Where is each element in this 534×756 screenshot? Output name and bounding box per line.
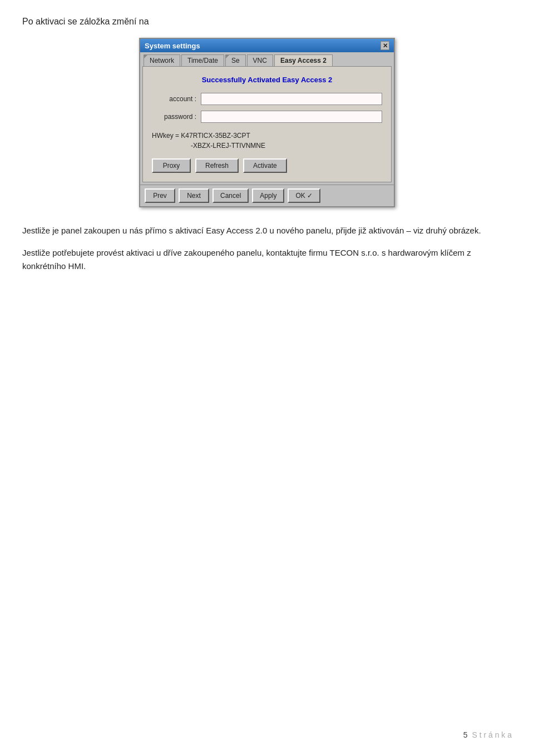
success-message: Successfully Activated Easy Access 2 [152, 76, 382, 84]
dialog-wrapper: System settings ✕ Network Time/Date Se V… [22, 38, 512, 207]
dialog-titlebar: System settings ✕ [140, 39, 394, 52]
body-text-2: Jestliže potřebujete provést aktivaci u … [22, 246, 512, 273]
activate-button[interactable]: Activate [243, 158, 287, 173]
dialog-tabs: Network Time/Date Se VNC Easy Access 2 [140, 52, 394, 66]
inner-button-row: Proxy Refresh Activate [152, 158, 382, 173]
page-heading: Po aktivaci se záložka změní na [22, 17, 512, 27]
proxy-button[interactable]: Proxy [152, 158, 191, 173]
tab-easy-access[interactable]: Easy Access 2 [274, 54, 333, 66]
hwkey-line2: -XBZX-LREJ-TTIVNMNE [152, 142, 382, 150]
account-row: account : [152, 93, 382, 105]
password-input[interactable] [201, 111, 382, 123]
account-label: account : [152, 95, 196, 103]
next-button[interactable]: Next [179, 188, 209, 203]
tab-timedate[interactable]: Time/Date [181, 54, 224, 66]
refresh-button[interactable]: Refresh [195, 158, 239, 173]
dialog-close-button[interactable]: ✕ [380, 41, 389, 50]
ok-button[interactable]: OK ✓ [288, 188, 320, 203]
tab-network[interactable]: Network [144, 54, 180, 66]
dialog-footer: Prev Next Cancel Apply OK ✓ [140, 185, 394, 206]
body-text-1: Jestliže je panel zakoupen u nás přímo s… [22, 224, 512, 237]
tab-vnc[interactable]: VNC [247, 54, 273, 66]
account-input[interactable] [201, 93, 382, 105]
password-label: password : [152, 113, 196, 121]
cancel-button[interactable]: Cancel [212, 188, 249, 203]
password-row: password : [152, 111, 382, 123]
tab-se[interactable]: Se [225, 54, 246, 66]
prev-button[interactable]: Prev [145, 188, 175, 203]
hwkey-section: HWkey = K47RTICX-35BZ-3CPT -XBZX-LREJ-TT… [152, 132, 382, 150]
system-settings-dialog: System settings ✕ Network Time/Date Se V… [139, 38, 395, 207]
hwkey-line1: HWkey = K47RTICX-35BZ-3CPT [152, 132, 382, 140]
dialog-content: Successfully Activated Easy Access 2 acc… [142, 66, 392, 182]
apply-button[interactable]: Apply [252, 188, 284, 203]
dialog-title: System settings [145, 42, 200, 50]
page-number: 5 S t r á n k a [463, 730, 512, 739]
